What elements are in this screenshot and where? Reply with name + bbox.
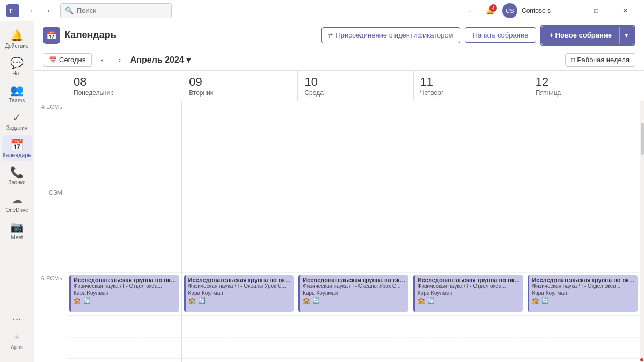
event-mon-icon1: 🏫 <box>74 297 81 304</box>
day-column-mon: Исследовательская группа по океанам Физи… <box>67 101 181 362</box>
day-column-thu: Исследовательская группа по океанам Физи… <box>411 101 525 362</box>
teams-logo-icon: T <box>6 4 19 17</box>
day-name-thu: Четверг <box>420 89 522 97</box>
sidebar-item-activity[interactable]: 🔔 Действие <box>2 26 32 52</box>
view-label: Рабочая неделя <box>577 56 630 64</box>
calendar-icon: 📅 <box>10 138 24 151</box>
hour-cell-thu-5 <box>411 144 525 187</box>
more-options-button[interactable]: ··· <box>464 3 479 18</box>
user-name: Contoso s <box>522 7 551 14</box>
start-meeting-button[interactable]: Начать собрание <box>465 27 537 43</box>
hour-cell-mon-9 <box>67 316 181 359</box>
event-fri-subtitle: Физическая наука / I - Отдел океа... <box>532 283 635 289</box>
sidebar-item-meet[interactable]: 📷 Meet <box>2 217 32 243</box>
event-thu-subtitle: Физическая наука / I - Отдел океа... <box>418 283 521 289</box>
hour-cell-wed-6 <box>296 187 411 230</box>
event-thu[interactable]: Исследовательская группа по океанам Физи… <box>413 275 523 312</box>
sidebar-item-chat[interactable]: 💬 Чат <box>2 53 32 79</box>
join-btn-label: Присоединение с идентификатором <box>335 31 453 39</box>
sidebar-label-tasks: Задания <box>6 125 28 131</box>
event-wed-icons: 🏫 🔄 <box>303 297 406 304</box>
event-wed-organizer: Кара Коулман <box>303 290 406 296</box>
day-header-mon: 08 Понедельник <box>67 71 182 101</box>
calendar-nav-left: 📅 Сегодня ‹ › Апрель 2024 ▾ <box>43 53 191 67</box>
hour-cell-thu-6 <box>411 187 525 230</box>
close-button[interactable]: ✕ <box>613 3 638 18</box>
hour-cell-tue-7 <box>182 230 296 273</box>
join-meeting-button[interactable]: # Присоединение с идентификатором <box>321 27 460 43</box>
month-dropdown-icon: ▾ <box>186 55 191 64</box>
avatar[interactable]: CS <box>502 3 517 18</box>
sidebar-item-apps[interactable]: + Apps <box>2 329 32 353</box>
forward-button[interactable]: › <box>41 3 56 18</box>
sidebar-label-onedrive: OneDrive <box>5 207 28 213</box>
notifications-button[interactable]: 🔔 4 <box>483 3 498 18</box>
event-wed-icon1: 🏫 <box>303 297 310 304</box>
time-slot-5: СЭМ <box>34 187 67 230</box>
day-number-mon: 08 <box>74 75 175 89</box>
activity-icon: 🔔 <box>10 29 24 42</box>
meet-icon: 📷 <box>10 220 24 233</box>
day-header-thu: 11 Четверг <box>413 71 529 101</box>
hour-cell-tue-4 <box>182 101 296 144</box>
time-column: 4 ЕСМь СЭМ 6 ЕСМь 7 ЕСМь 8 ЕСМь 9 ЕСМь <box>34 101 67 362</box>
event-wed-icon2: 🔄 <box>312 297 320 304</box>
day-number-thu: 11 <box>420 75 522 89</box>
sidebar-item-tasks[interactable]: ✓ Задания <box>2 108 32 134</box>
sidebar-label-calendar: Календарь <box>3 152 32 158</box>
event-thu-icon2: 🔄 <box>427 297 435 304</box>
sidebar-label-calls: Звонки <box>8 180 25 186</box>
sidebar-item-calendar[interactable]: 📅 Календарь <box>2 135 32 161</box>
today-button[interactable]: 📅 Сегодня <box>43 53 92 67</box>
month-label[interactable]: Апрель 2024 ▾ <box>130 55 191 65</box>
hour-cell-thu-7 <box>411 230 525 273</box>
next-month-button[interactable]: › <box>113 54 126 67</box>
time-slot-6: 6 ЕСМь <box>34 273 67 316</box>
scrollbar-thumb[interactable] <box>641 123 644 155</box>
day-header-tue: 09 Вторник <box>182 71 297 101</box>
day-number-fri: 12 <box>536 75 638 89</box>
app-body: 🔔 Действие 💬 Чат 👥 Teams ✓ Задания 📅 Кал… <box>0 21 644 362</box>
maximize-button[interactable]: □ <box>584 3 609 18</box>
hour-cell-wed-9 <box>296 316 411 359</box>
prev-month-button[interactable]: ‹ <box>96 54 109 67</box>
sidebar-item-teams[interactable]: 👥 Teams <box>2 80 32 107</box>
sidebar-label-meet: Meet <box>11 234 23 240</box>
hour-cell-mon-7 <box>67 230 181 273</box>
calendar-body-wrap: 4 ЕСМь СЭМ 6 ЕСМь 7 ЕСМь 8 ЕСМь 9 ЕСМь <box>34 101 644 362</box>
hour-cell-fri-8: Исследовательская группа по океанам Физи… <box>525 273 640 316</box>
day-name-mon: Понедельник <box>74 89 175 97</box>
calendar-header-right: # Присоединение с идентификатором Начать… <box>321 25 635 46</box>
back-button[interactable]: ‹ <box>24 3 39 18</box>
sidebar-item-more[interactable]: ··· <box>2 309 32 328</box>
sidebar-item-onedrive[interactable]: ☁ OneDrive <box>2 190 32 216</box>
minimize-button[interactable]: ─ <box>555 3 580 18</box>
search-input[interactable] <box>77 6 167 14</box>
event-tue[interactable]: Исследовательская группа по океанам Физи… <box>184 275 294 312</box>
sidebar-bottom: ··· + Apps <box>2 309 32 358</box>
event-mon[interactable]: Исследовательская группа по океанам Физи… <box>69 275 179 312</box>
scrollbar[interactable] <box>640 101 644 362</box>
event-fri-title: Исследовательская группа по океанам <box>532 277 635 283</box>
event-fri-icon2: 🔄 <box>541 297 549 304</box>
calendar-header-left: 📅 Календарь <box>43 27 116 44</box>
new-meeting-button[interactable]: + Новое собрание <box>541 26 619 45</box>
sidebar-label-apps: Apps <box>11 344 23 350</box>
new-meeting-label: + Новое собрание <box>549 31 612 39</box>
day-header-wed: 10 Среда <box>297 71 413 101</box>
view-selector-button[interactable]: □ Рабочая неделя <box>565 53 635 67</box>
new-meeting-dropdown-button[interactable]: ▾ <box>619 26 634 45</box>
event-tue-subtitle: Физическая наука / I - Океаны Урок С... <box>188 283 291 289</box>
tasks-icon: ✓ <box>12 111 21 124</box>
hour-cell-tue-8: Исследовательская группа по океанам Физи… <box>182 273 296 316</box>
notification-badge: 4 <box>489 4 497 12</box>
sidebar-label-chat: Чат <box>12 70 21 76</box>
event-wed[interactable]: Исследовательская группа по океанам Физи… <box>298 275 408 312</box>
hour-cell-thu-9 <box>411 316 525 359</box>
sidebar-item-calls[interactable]: 📞 Звонки <box>2 162 32 189</box>
chevron-down-icon: ▾ <box>625 31 628 39</box>
event-fri[interactable]: Исследовательская группа по океанам Физи… <box>528 275 638 312</box>
hour-cell-wed-7 <box>296 230 411 273</box>
hour-cell-wed-8: Исследовательская группа по океанам Физи… <box>296 273 411 316</box>
event-tue-title: Исследовательская группа по океанам <box>188 277 291 283</box>
